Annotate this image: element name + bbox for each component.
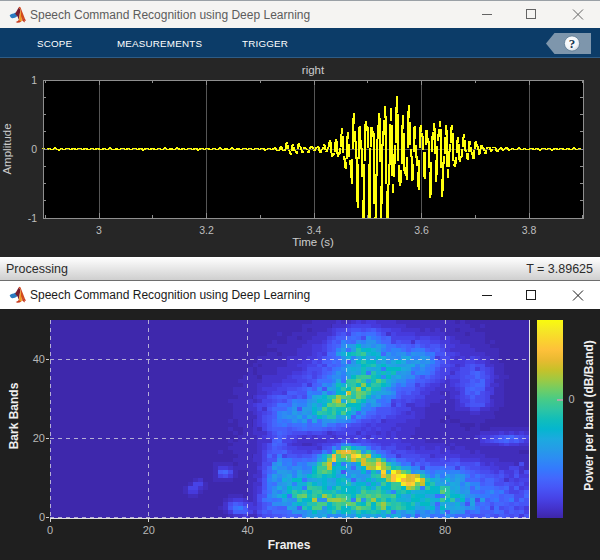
svg-text:40: 40 — [241, 524, 253, 536]
svg-text:0: 0 — [47, 524, 53, 536]
svg-text:60: 60 — [340, 524, 352, 536]
svg-text:Frames: Frames — [268, 538, 311, 552]
svg-text:3.6: 3.6 — [414, 224, 429, 236]
svg-text:3.4: 3.4 — [307, 224, 322, 236]
svg-text:0: 0 — [31, 143, 37, 155]
svg-text:right: right — [302, 64, 325, 76]
svg-text:Bark Bands: Bark Bands — [7, 382, 21, 449]
svg-text:3.2: 3.2 — [199, 224, 214, 236]
svg-text:40: 40 — [33, 353, 45, 365]
svg-text:20: 20 — [33, 432, 45, 444]
svg-text:3.8: 3.8 — [522, 224, 537, 236]
svg-text:Time (s): Time (s) — [292, 236, 334, 248]
svg-text:3: 3 — [96, 224, 102, 236]
svg-text:1: 1 — [31, 74, 37, 86]
svg-text:20: 20 — [143, 524, 155, 536]
svg-text:?: ? — [569, 36, 576, 51]
svg-text:Amplitude: Amplitude — [1, 123, 13, 174]
svg-text:-1: -1 — [28, 212, 37, 224]
svg-text:0: 0 — [39, 511, 45, 523]
svg-text:80: 80 — [439, 524, 451, 536]
svg-text:0: 0 — [569, 393, 575, 405]
svg-text:Power per band (dB/Band): Power per band (dB/Band) — [582, 340, 596, 491]
